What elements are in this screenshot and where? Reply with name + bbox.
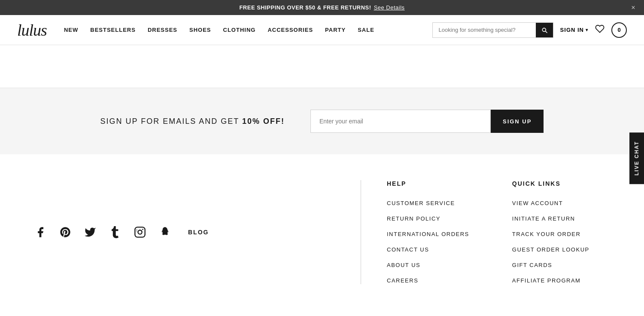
banner-see-details-link[interactable]: See Details — [374, 4, 405, 11]
guest-order-lookup-link[interactable]: GUEST ORDER LOOKUP — [512, 246, 589, 253]
chevron-down-icon: ▾ — [586, 28, 588, 32]
list-item: CUSTOMER SERVICE — [387, 199, 469, 207]
footer-social: BLOG — [34, 180, 335, 284]
track-order-link[interactable]: TRACK YOUR ORDER — [512, 231, 581, 237]
svg-rect-4 — [136, 231, 138, 232]
search-input[interactable] — [433, 23, 536, 37]
email-signup-section: SIGN UP FOR EMAILS AND GET 10% OFF! SIGN… — [0, 88, 644, 154]
return-policy-link[interactable]: RETURN POLICY — [387, 215, 440, 222]
list-item: VIEW ACCOUNT — [512, 199, 589, 207]
sign-in-label: SIGN IN — [560, 27, 584, 33]
search-wrapper — [432, 22, 553, 38]
initiate-return-link[interactable]: INITIATE A RETURN — [512, 215, 575, 222]
footer-help-column: HELP CUSTOMER SERVICE RETURN POLICY INTE… — [387, 180, 469, 284]
gift-cards-link[interactable]: GIFT CARDS — [512, 262, 553, 268]
help-links-list: CUSTOMER SERVICE RETURN POLICY INTERNATI… — [387, 199, 469, 284]
snapchat-icon[interactable] — [159, 226, 171, 238]
twitter-icon[interactable] — [84, 226, 96, 238]
list-item: AFFILIATE PROGRAM — [512, 276, 589, 284]
international-orders-link[interactable]: INTERNATIONAL ORDERS — [387, 231, 469, 237]
svg-rect-3 — [136, 230, 138, 230]
customer-service-link[interactable]: CUSTOMER SERVICE — [387, 200, 455, 206]
main-nav: NEW BESTSELLERS DRESSES SHOES CLOTHING A… — [64, 27, 432, 33]
site-footer: BLOG HELP CUSTOMER SERVICE RETURN POLICY… — [0, 154, 644, 310]
signup-button[interactable]: SIGN UP — [491, 110, 544, 133]
signup-text-prefix: SIGN UP FOR EMAILS AND GET — [100, 117, 242, 126]
blog-link[interactable]: BLOG — [188, 229, 209, 236]
signup-text-highlight: 10% OFF! — [242, 117, 285, 126]
list-item: ABOUT US — [387, 261, 469, 269]
quicklinks-heading: QUICK LINKS — [512, 180, 589, 187]
site-header: lulus NEW BESTSELLERS DRESSES SHOES CLOT… — [0, 15, 644, 45]
sign-in-button[interactable]: SIGN IN ▾ — [560, 27, 588, 33]
search-icon — [541, 27, 548, 34]
svg-rect-2 — [136, 229, 138, 230]
main-content — [0, 45, 644, 88]
pinterest-icon[interactable] — [59, 226, 71, 238]
site-logo[interactable]: lulus — [17, 21, 47, 40]
list-item: GUEST ORDER LOOKUP — [512, 245, 589, 253]
affiliate-program-link[interactable]: AFFILIATE PROGRAM — [512, 277, 581, 284]
nav-item-accessories[interactable]: ACCESSORIES — [267, 27, 313, 33]
list-item: INITIATE A RETURN — [512, 215, 589, 222]
banner-close-button[interactable]: × — [631, 4, 635, 12]
help-heading: HELP — [387, 180, 469, 187]
list-item: CAREERS — [387, 276, 469, 284]
header-right: SIGN IN ▾ 0 — [432, 22, 627, 38]
footer-links: HELP CUSTOMER SERVICE RETURN POLICY INTE… — [387, 180, 610, 284]
list-item: TRACK YOUR ORDER — [512, 230, 589, 238]
list-item: CONTACT US — [387, 245, 469, 253]
search-button[interactable] — [536, 23, 553, 37]
top-banner: FREE SHIPPING OVER $50 & FREE RETURNS! S… — [0, 0, 644, 15]
email-input[interactable] — [310, 110, 491, 133]
list-item: RETURN POLICY — [387, 215, 469, 222]
view-account-link[interactable]: VIEW ACCOUNT — [512, 200, 563, 206]
cart-button[interactable]: 0 — [611, 22, 627, 38]
banner-main-text: FREE SHIPPING OVER $50 & FREE RETURNS! — [239, 4, 371, 11]
tumblr-icon[interactable] — [109, 226, 121, 238]
nav-item-party[interactable]: PARTY — [325, 27, 346, 33]
quicklinks-list: VIEW ACCOUNT INITIATE A RETURN TRACK YOU… — [512, 199, 589, 284]
nav-item-new[interactable]: NEW — [64, 27, 78, 33]
wishlist-button[interactable] — [595, 24, 605, 36]
nav-item-shoes[interactable]: SHOES — [189, 27, 211, 33]
live-chat-button[interactable]: LIVE CHAT — [629, 132, 644, 184]
heart-icon — [595, 24, 605, 34]
signup-text: SIGN UP FOR EMAILS AND GET 10% OFF! — [100, 117, 285, 126]
nav-item-bestsellers[interactable]: BESTSELLERS — [90, 27, 136, 33]
footer-quicklinks-column: QUICK LINKS VIEW ACCOUNT INITIATE A RETU… — [512, 180, 589, 284]
contact-us-link[interactable]: CONTACT US — [387, 246, 429, 253]
facebook-icon[interactable] — [34, 226, 46, 238]
instagram-icon[interactable] — [134, 226, 146, 238]
nav-item-clothing[interactable]: CLOTHING — [223, 27, 256, 33]
signup-form: SIGN UP — [310, 110, 544, 133]
svg-rect-0 — [135, 227, 145, 237]
footer-divider — [361, 180, 361, 284]
careers-link[interactable]: CAREERS — [387, 277, 418, 284]
nav-item-dresses[interactable]: DRESSES — [148, 27, 177, 33]
nav-item-sale[interactable]: SALE — [358, 27, 374, 33]
list-item: GIFT CARDS — [512, 261, 589, 269]
about-us-link[interactable]: ABOUT US — [387, 262, 420, 268]
cart-count: 0 — [617, 27, 620, 33]
list-item: INTERNATIONAL ORDERS — [387, 230, 469, 238]
